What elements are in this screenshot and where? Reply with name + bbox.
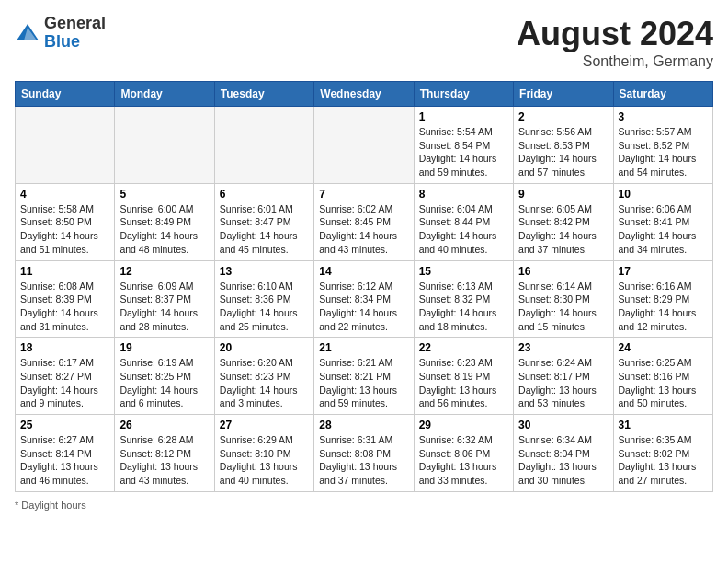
day-info: Sunrise: 6:13 AM Sunset: 8:32 PM Dayligh… [419, 280, 508, 334]
day-number: 6 [220, 188, 309, 201]
calendar-week-row: 4Sunrise: 5:58 AM Sunset: 8:50 PM Daylig… [16, 183, 713, 260]
col-saturday: Saturday [613, 82, 712, 107]
title-area: August 2024 Sontheim, Germany [517, 15, 713, 70]
calendar-week-row: 11Sunrise: 6:08 AM Sunset: 8:39 PM Dayli… [16, 260, 713, 338]
table-row: 18Sunrise: 6:17 AM Sunset: 8:27 PM Dayli… [16, 338, 115, 415]
table-row: 3Sunrise: 5:57 AM Sunset: 8:52 PM Daylig… [613, 107, 712, 184]
table-row: 14Sunrise: 6:12 AM Sunset: 8:34 PM Dayli… [314, 260, 414, 338]
logo-text-blue: Blue [44, 32, 80, 51]
day-number: 3 [619, 110, 708, 123]
day-info: Sunrise: 6:16 AM Sunset: 8:29 PM Dayligh… [619, 280, 708, 334]
day-info: Sunrise: 6:31 AM Sunset: 8:08 PM Dayligh… [319, 433, 408, 488]
day-number: 13 [220, 265, 309, 278]
col-wednesday: Wednesday [314, 82, 414, 107]
table-row: 8Sunrise: 6:04 AM Sunset: 8:44 PM Daylig… [414, 183, 513, 260]
table-row: 20Sunrise: 6:20 AM Sunset: 8:23 PM Dayli… [214, 338, 313, 415]
day-info: Sunrise: 6:34 AM Sunset: 8:04 PM Dayligh… [518, 433, 608, 488]
day-number: 18 [20, 341, 109, 354]
table-row: 4Sunrise: 5:58 AM Sunset: 8:50 PM Daylig… [16, 183, 115, 260]
day-number: 31 [619, 419, 708, 431]
table-row: 7Sunrise: 6:02 AM Sunset: 8:45 PM Daylig… [314, 183, 414, 260]
day-info: Sunrise: 6:20 AM Sunset: 8:23 PM Dayligh… [220, 356, 309, 410]
day-info: Sunrise: 5:56 AM Sunset: 8:53 PM Dayligh… [518, 125, 608, 179]
day-info: Sunrise: 6:04 AM Sunset: 8:44 PM Dayligh… [419, 202, 508, 257]
table-row: 13Sunrise: 6:10 AM Sunset: 8:36 PM Dayli… [214, 260, 313, 338]
day-number: 11 [20, 265, 109, 278]
day-info: Sunrise: 6:29 AM Sunset: 8:10 PM Dayligh… [220, 433, 309, 488]
day-number: 24 [619, 341, 708, 354]
day-number: 26 [119, 419, 209, 431]
day-info: Sunrise: 6:00 AM Sunset: 8:49 PM Dayligh… [119, 202, 209, 257]
day-info: Sunrise: 6:12 AM Sunset: 8:34 PM Dayligh… [319, 280, 408, 334]
day-number: 21 [319, 341, 408, 354]
month-year: August 2024 [517, 15, 713, 53]
calendar-week-row: 1Sunrise: 5:54 AM Sunset: 8:54 PM Daylig… [16, 107, 713, 184]
day-info: Sunrise: 6:06 AM Sunset: 8:41 PM Dayligh… [619, 202, 708, 257]
table-row: 28Sunrise: 6:31 AM Sunset: 8:08 PM Dayli… [314, 415, 414, 492]
table-row: 24Sunrise: 6:25 AM Sunset: 8:16 PM Dayli… [613, 338, 712, 415]
table-row: 25Sunrise: 6:27 AM Sunset: 8:14 PM Dayli… [16, 415, 115, 492]
day-info: Sunrise: 6:24 AM Sunset: 8:17 PM Dayligh… [518, 356, 608, 410]
day-number: 9 [518, 188, 608, 201]
table-row: 29Sunrise: 6:32 AM Sunset: 8:06 PM Dayli… [414, 415, 513, 492]
day-number: 15 [419, 265, 508, 278]
day-info: Sunrise: 6:21 AM Sunset: 8:21 PM Dayligh… [319, 356, 408, 410]
day-info: Sunrise: 6:32 AM Sunset: 8:06 PM Dayligh… [419, 433, 508, 488]
table-row: 15Sunrise: 6:13 AM Sunset: 8:32 PM Dayli… [414, 260, 513, 338]
day-info: Sunrise: 6:28 AM Sunset: 8:12 PM Dayligh… [119, 433, 209, 488]
day-number: 5 [119, 188, 209, 201]
day-info: Sunrise: 6:08 AM Sunset: 8:39 PM Dayligh… [20, 280, 109, 334]
calendar-header-row: Sunday Monday Tuesday Wednesday Thursday… [16, 82, 713, 107]
footer-note-text: Daylight hours [21, 500, 85, 511]
day-number: 23 [518, 341, 608, 354]
header: General Blue August 2024 Sontheim, Germa… [15, 15, 713, 70]
table-row: 17Sunrise: 6:16 AM Sunset: 8:29 PM Dayli… [613, 260, 712, 338]
day-info: Sunrise: 6:10 AM Sunset: 8:36 PM Dayligh… [220, 280, 309, 334]
day-number: 4 [20, 188, 109, 201]
day-number: 12 [119, 265, 209, 278]
table-row: 2Sunrise: 5:56 AM Sunset: 8:53 PM Daylig… [514, 107, 613, 184]
logo-inner: General Blue [15, 15, 106, 52]
day-info: Sunrise: 6:25 AM Sunset: 8:16 PM Dayligh… [619, 356, 708, 410]
table-row: 27Sunrise: 6:29 AM Sunset: 8:10 PM Dayli… [214, 415, 313, 492]
day-info: Sunrise: 6:35 AM Sunset: 8:02 PM Dayligh… [619, 433, 708, 488]
table-row: 1Sunrise: 5:54 AM Sunset: 8:54 PM Daylig… [414, 107, 513, 184]
day-number: 20 [220, 341, 309, 354]
table-row: 23Sunrise: 6:24 AM Sunset: 8:17 PM Dayli… [514, 338, 613, 415]
day-info: Sunrise: 5:54 AM Sunset: 8:54 PM Dayligh… [419, 125, 508, 179]
table-row [214, 107, 313, 184]
table-row: 9Sunrise: 6:05 AM Sunset: 8:42 PM Daylig… [514, 183, 613, 260]
table-row: 16Sunrise: 6:14 AM Sunset: 8:30 PM Dayli… [514, 260, 613, 338]
calendar-week-row: 25Sunrise: 6:27 AM Sunset: 8:14 PM Dayli… [16, 415, 713, 492]
location: Sontheim, Germany [517, 53, 713, 70]
day-number: 2 [518, 110, 608, 123]
logo-text-general: General [44, 14, 106, 32]
calendar-week-row: 18Sunrise: 6:17 AM Sunset: 8:27 PM Dayli… [16, 338, 713, 415]
table-row [115, 107, 214, 184]
day-info: Sunrise: 6:05 AM Sunset: 8:42 PM Dayligh… [518, 202, 608, 257]
day-number: 28 [319, 419, 408, 431]
calendar-table: Sunday Monday Tuesday Wednesday Thursday… [15, 81, 713, 492]
table-row: 30Sunrise: 6:34 AM Sunset: 8:04 PM Dayli… [514, 415, 613, 492]
day-number: 17 [619, 265, 708, 278]
day-info: Sunrise: 6:17 AM Sunset: 8:27 PM Dayligh… [20, 356, 109, 410]
table-row: 21Sunrise: 6:21 AM Sunset: 8:21 PM Dayli… [314, 338, 414, 415]
day-number: 22 [419, 341, 508, 354]
day-info: Sunrise: 6:27 AM Sunset: 8:14 PM Dayligh… [20, 433, 109, 488]
day-info: Sunrise: 6:23 AM Sunset: 8:19 PM Dayligh… [419, 356, 508, 410]
table-row [314, 107, 414, 184]
table-row: 31Sunrise: 6:35 AM Sunset: 8:02 PM Dayli… [613, 415, 712, 492]
logo: General Blue [15, 15, 106, 52]
day-info: Sunrise: 6:09 AM Sunset: 8:37 PM Dayligh… [119, 280, 209, 334]
col-thursday: Thursday [414, 82, 513, 107]
table-row: 11Sunrise: 6:08 AM Sunset: 8:39 PM Dayli… [16, 260, 115, 338]
table-row: 26Sunrise: 6:28 AM Sunset: 8:12 PM Dayli… [115, 415, 214, 492]
logo-icon [15, 20, 40, 46]
table-row: 19Sunrise: 6:19 AM Sunset: 8:25 PM Dayli… [115, 338, 214, 415]
table-row: 12Sunrise: 6:09 AM Sunset: 8:37 PM Dayli… [115, 260, 214, 338]
day-info: Sunrise: 6:02 AM Sunset: 8:45 PM Dayligh… [319, 202, 408, 257]
day-number: 30 [518, 419, 608, 431]
table-row: 10Sunrise: 6:06 AM Sunset: 8:41 PM Dayli… [613, 183, 712, 260]
day-number: 8 [419, 188, 508, 201]
day-info: Sunrise: 5:58 AM Sunset: 8:50 PM Dayligh… [20, 202, 109, 257]
